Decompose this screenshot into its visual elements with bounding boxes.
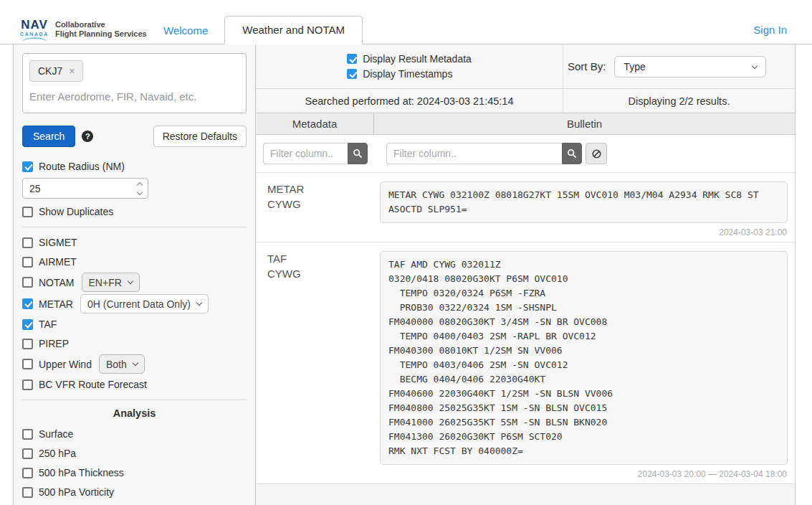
chevron-down-icon [752,62,758,68]
location-input[interactable] [29,90,239,103]
spinner-up-icon[interactable] [137,182,143,188]
logo-canada-text: CANADA [20,32,49,37]
metar-period-value: 0H (Current Data Only) [87,298,191,310]
sidebar-divider [22,400,247,400]
location-chip-label: CKJ7 [38,65,62,77]
250hpa-label: 250 hPa [39,448,76,459]
display-timestamps-row: Display Timestamps [347,67,472,82]
column-filter-row [256,135,795,173]
500hpa-thickness-label: 500 hPa Thickness [39,467,124,478]
chevron-down-icon [132,360,138,366]
results-table-header: Metadata Bulletin [256,113,795,135]
bulletin-filter-input[interactable] [386,143,562,164]
bc-vfr-checkbox[interactable] [22,379,33,390]
metadata-filter-input[interactable] [263,143,348,164]
upper-wind-row: Upper Wind Both [22,354,247,374]
location-tag-box[interactable]: CKJ7 × [22,53,247,113]
metadata-filter-group [263,143,368,164]
clear-filter-button[interactable] [586,143,607,164]
upper-wind-label: Upper Wind [39,359,92,370]
route-radius-label: Route Radius (NM) [39,161,125,172]
logo-tagline: Collaborative Flight Planning Services [55,19,147,42]
sidebar-divider [22,227,247,227]
search-button[interactable]: Search [22,126,75,147]
500hpa-thickness-row: 500 hPa Thickness [22,463,247,482]
500hpa-vorticity-row: 500 hPa Vorticity [22,483,247,501]
500hpa-vorticity-checkbox[interactable] [22,487,33,498]
bulletin-filter-search-button[interactable] [562,143,582,164]
surface-checkbox[interactable] [22,429,33,440]
chip-remove-icon[interactable]: × [69,65,75,77]
route-radius-input[interactable] [22,178,148,199]
250hpa-row: 250 hPa [22,444,247,463]
location-chip[interactable]: CKJ7 × [29,60,83,82]
sigmet-label: SIGMET [39,237,77,248]
airmet-checkbox[interactable] [22,257,33,268]
content-container: CKJ7 × Search ? Restore Defaults Route R… [13,44,796,505]
notam-language-select[interactable]: EN+FR [82,273,140,292]
search-sidebar: CKJ7 × Search ? Restore Defaults Route R… [14,44,256,505]
tab-weather-and-notam[interactable]: Weather and NOTAM [224,16,363,44]
upper-wind-value: Both [106,359,127,370]
250hpa-checkbox[interactable] [22,448,33,459]
results-footer-strip [256,484,795,505]
taf-checkbox[interactable] [22,319,33,330]
search-status-row: Searched performed at: 2024-03-03 21:45:… [256,89,795,113]
metar-period-select[interactable]: 0H (Current Data Only) [80,294,209,313]
notam-row: NOTAM EN+FR [22,272,247,293]
result-metadata: METAR CYWG [263,181,380,239]
display-result-metadata-checkbox[interactable] [347,54,357,64]
results-panel: Display Result Metadata Display Timestam… [256,44,795,505]
airmet-row: AIRMET [22,252,247,271]
chevron-down-icon [128,278,133,284]
display-result-metadata-label: Display Result Metadata [363,53,472,65]
upper-wind-select[interactable]: Both [99,354,145,374]
search-icon [353,148,363,159]
notam-checkbox[interactable] [22,277,33,288]
sigmet-checkbox[interactable] [22,237,33,248]
logo-nav-text: NAV [21,19,48,31]
results-controls: Display Result Metadata Display Timestam… [256,44,795,89]
display-timestamps-checkbox[interactable] [347,69,357,79]
show-duplicates-row: Show Duplicates [22,202,247,221]
result-type: METAR [267,181,380,197]
sort-controls: Sort By: Type [563,44,795,88]
metar-checkbox[interactable] [22,298,33,309]
500hpa-vorticity-label: 500 hPa Vorticity [39,486,114,498]
sign-in-link[interactable]: Sign In [753,24,787,36]
spinner-down-icon[interactable] [137,189,143,195]
bc-vfr-label: BC VFR Route Forecast [39,379,147,390]
500hpa-thickness-checkbox[interactable] [22,468,33,478]
number-spinner[interactable] [138,183,142,194]
tab-welcome[interactable]: Welcome [147,16,224,44]
bc-vfr-row: BC VFR Route Forecast [22,375,247,394]
metadata-filter-search-button[interactable] [348,143,368,164]
main-tabs: Welcome Weather and NOTAM [147,16,363,44]
notam-label: NOTAM [39,277,75,288]
metar-timestamp: 2024-03-03 21:00 [380,227,787,237]
metar-row: METAR 0H (Current Data Only) [22,293,247,314]
result-row-taf: TAF CYWG TAF AMD CYWG 032011Z 0320/0418 … [256,242,795,484]
column-header-metadata: Metadata [256,113,374,134]
help-icon[interactable]: ? [82,131,93,142]
bulletin-filter-group [386,143,607,164]
sort-by-select[interactable]: Type [614,56,766,77]
display-result-metadata-row: Display Result Metadata [347,52,472,67]
show-duplicates-checkbox[interactable] [22,207,33,217]
notam-language-value: EN+FR [89,277,122,288]
taf-timestamp: 2024-03-03 20:00 — 2024-03-04 18:00 [380,469,787,479]
show-duplicates-label: Show Duplicates [39,206,113,217]
metar-label: METAR [39,298,73,310]
restore-defaults-button[interactable]: Restore Defaults [153,126,247,147]
metar-bulletin-text: METAR CYWG 032100Z 08018G27KT 15SM OVC01… [380,181,788,223]
nav-canada-logo-mark: NAV CANADA [20,19,49,42]
column-header-bulletin: Bulletin [374,113,795,134]
app-header: NAV CANADA Collaborative Flight Planning… [0,0,812,44]
displaying-results-text: Displaying 2/2 results. [563,89,795,113]
airmet-label: AIRMET [39,256,77,268]
route-radius-checkbox[interactable] [22,161,33,172]
logo-tagline-line2: Flight Planning Services [55,29,147,39]
pirep-checkbox[interactable] [22,339,33,349]
taf-bulletin-text: TAF AMD CYWG 032011Z 0320/0418 08020G30K… [380,251,788,465]
upper-wind-checkbox[interactable] [22,359,33,369]
